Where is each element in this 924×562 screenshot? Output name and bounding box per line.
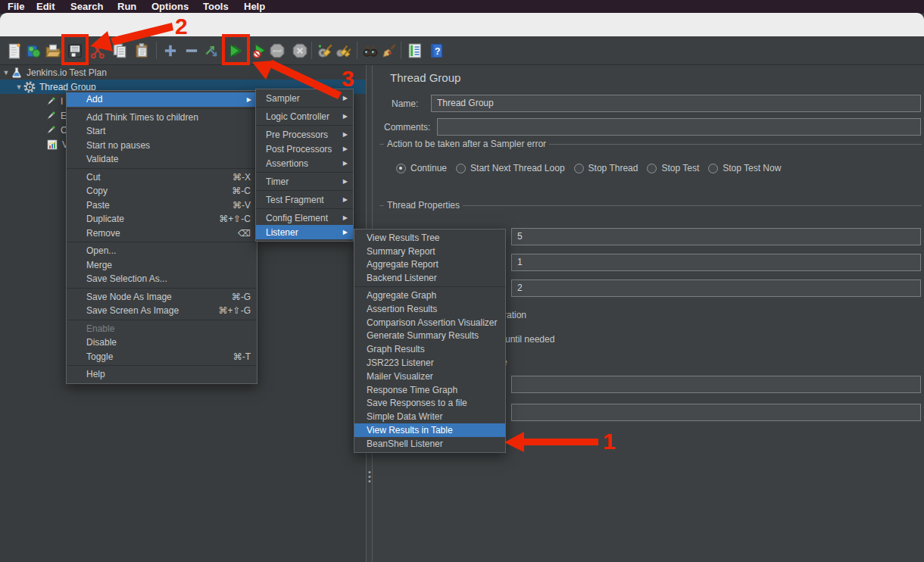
sampler-error-group-title: Action to be taken after a Sampler error bbox=[384, 139, 549, 149]
menu-item-copy[interactable]: Copy ⌘-C bbox=[67, 184, 257, 198]
number-of-threads-input[interactable]: 5 bbox=[511, 228, 921, 245]
clear-all-icon[interactable] bbox=[335, 40, 353, 61]
menu-item-response-time-graph[interactable]: Response Time Graph bbox=[354, 383, 505, 397]
menu-item-post-processors[interactable]: Post Processors ▶ bbox=[256, 142, 353, 156]
menu-item-beanshell-listener[interactable]: BeanShell Listener bbox=[354, 437, 505, 451]
search-reset-icon[interactable] bbox=[380, 40, 398, 61]
menu-item-enable[interactable]: Enable bbox=[67, 322, 257, 336]
sampler-error-groupbox: Action to be taken after a Sampler error bbox=[379, 144, 922, 145]
menu-item-save-screen-as-image[interactable]: Save Screen As Image ⌘+⇧-G bbox=[67, 304, 257, 318]
radio-start-next-thread-loop[interactable]: Start Next Thread Loop bbox=[456, 163, 565, 173]
menu-item-start-no-pauses[interactable]: Start no pauses bbox=[67, 139, 257, 153]
menu-separator bbox=[256, 125, 353, 126]
menu-item-remove[interactable]: Remove ⌫ bbox=[67, 226, 257, 241]
menu-item-timer[interactable]: Timer ▶ bbox=[256, 174, 353, 189]
menu-item-aggregate-report[interactable]: Aggregate Report bbox=[354, 258, 505, 272]
menu-item-merge[interactable]: Merge bbox=[67, 258, 257, 273]
menu-separator bbox=[256, 172, 353, 173]
menu-item-aggregate-graph[interactable]: Aggregate Graph bbox=[354, 289, 505, 302]
radio-stop-thread[interactable]: Stop Thread bbox=[574, 163, 638, 173]
tree-item-test-plan[interactable]: ▼ Jenkins.io Test Plan bbox=[0, 65, 366, 80]
menu-item-config-element[interactable]: Config Element ▶ bbox=[256, 211, 353, 225]
menu-item-sampler[interactable]: Sampler ▶ bbox=[256, 91, 353, 105]
menu-item-view-results-in-table[interactable]: View Results in Table bbox=[354, 423, 505, 437]
duration-input[interactable] bbox=[511, 376, 921, 393]
toggle-arrows-icon[interactable] bbox=[202, 40, 220, 61]
menu-item-toggle[interactable]: Toggle ⌘-T bbox=[67, 350, 257, 364]
ramp-up-period-input[interactable]: 1 bbox=[511, 254, 921, 271]
menu-item-backend-listener[interactable]: Backend Listener bbox=[354, 271, 505, 285]
menu-item-paste[interactable]: Paste ⌘-V bbox=[67, 198, 257, 213]
radio-stop-test-now[interactable]: Stop Test Now bbox=[708, 163, 781, 173]
stop-icon[interactable]: STOP bbox=[268, 40, 286, 61]
menu-item-start[interactable]: Start bbox=[67, 124, 257, 139]
menu-item-validate[interactable]: Validate bbox=[67, 152, 257, 167]
menu-item-cut[interactable]: Cut ⌘-X bbox=[67, 170, 257, 185]
menu-item-comparison-assertion-visualizer[interactable]: Comparison Assertion Visualizer bbox=[354, 316, 505, 329]
thread-properties-group-title: Thread Properties bbox=[384, 200, 463, 211]
menu-item-generate-summary-results[interactable]: Generate Summary Results bbox=[354, 329, 505, 343]
help-icon[interactable]: ? bbox=[427, 40, 445, 61]
open-file-icon[interactable] bbox=[44, 40, 62, 61]
menu-item-summary-report[interactable]: Summary Report bbox=[354, 245, 505, 258]
view-log-icon[interactable] bbox=[406, 40, 424, 61]
menubar-help[interactable]: Help bbox=[244, 0, 265, 14]
copy-icon[interactable] bbox=[111, 40, 129, 61]
menu-item-help[interactable]: Help bbox=[67, 367, 257, 382]
menu-item-assertions[interactable]: Assertions ▶ bbox=[256, 156, 353, 170]
menu-item-open[interactable]: Open... bbox=[67, 244, 257, 258]
add-submenu: Sampler ▶ Logic Controller ▶ Pre Process… bbox=[255, 89, 354, 242]
new-file-icon[interactable] bbox=[5, 40, 23, 61]
menu-item-pre-processors[interactable]: Pre Processors ▶ bbox=[256, 127, 353, 142]
menu-item-duplicate[interactable]: Duplicate ⌘+⇧-C bbox=[67, 212, 257, 226]
search-icon[interactable] bbox=[361, 40, 379, 61]
splitter-grip-icon[interactable]: ••• bbox=[368, 470, 371, 483]
sampler-pipette-icon bbox=[45, 110, 57, 122]
menu-item-save-responses-to-a-file[interactable]: Save Responses to a file bbox=[354, 397, 505, 411]
menubar-options[interactable]: Options bbox=[151, 0, 189, 14]
menu-item-add-think-times-to-children[interactable]: Add Think Times to children bbox=[67, 111, 257, 125]
menu-item-jsr223-listener[interactable]: JSR223 Listener bbox=[354, 356, 505, 370]
comments-input[interactable] bbox=[437, 118, 921, 136]
radio-stop-test[interactable]: Stop Test bbox=[647, 163, 699, 173]
menubar-search[interactable]: Search bbox=[70, 0, 103, 14]
start-no-pauses-icon[interactable] bbox=[251, 40, 269, 61]
menu-item-graph-results[interactable]: Graph Results bbox=[354, 342, 505, 356]
templates-icon[interactable] bbox=[24, 40, 42, 61]
sampler-error-options: Continue Start Next Thread Loop Stop Thr… bbox=[396, 163, 781, 173]
radio-continue[interactable]: Continue bbox=[396, 163, 447, 173]
name-input[interactable]: Thread Group bbox=[431, 95, 921, 112]
remove-icon[interactable] bbox=[183, 40, 201, 61]
add-icon[interactable] bbox=[161, 40, 179, 61]
menu-item-save-selection-as[interactable]: Save Selection As... bbox=[67, 272, 257, 286]
menubar-file[interactable]: File bbox=[8, 0, 24, 14]
caret-down-icon[interactable]: ▼ bbox=[2, 69, 11, 76]
startup-delay-input[interactable] bbox=[511, 404, 921, 421]
loop-count-input[interactable]: 2 bbox=[511, 279, 921, 297]
menu-item-assertion-results[interactable]: Assertion Results bbox=[354, 302, 505, 316]
menu-item-mailer-visualizer[interactable]: Mailer Visualizer bbox=[354, 370, 505, 383]
menubar-edit[interactable]: Edit bbox=[36, 0, 55, 14]
menu-item-listener[interactable]: Listener ▶ bbox=[256, 225, 353, 239]
start-icon[interactable] bbox=[226, 40, 245, 61]
menu-item-logic-controller[interactable]: Logic Controller ▶ bbox=[256, 109, 353, 123]
caret-down-icon[interactable]: ▼ bbox=[14, 83, 23, 91]
menu-item-view-results-tree[interactable]: View Results Tree bbox=[354, 231, 505, 245]
menubar-tools[interactable]: Tools bbox=[203, 0, 229, 14]
cut-icon[interactable] bbox=[89, 40, 107, 61]
thread-group-gear-icon bbox=[23, 81, 36, 93]
submenu-arrow-icon: ▶ bbox=[247, 96, 251, 103]
menubar-run[interactable]: Run bbox=[117, 0, 136, 14]
menu-item-add[interactable]: Add ▶ bbox=[67, 92, 257, 107]
shortcut-label: ⌘-X bbox=[220, 172, 251, 183]
shutdown-icon[interactable] bbox=[291, 40, 309, 61]
menu-item-disable[interactable]: Disable bbox=[67, 336, 257, 350]
paste-icon[interactable] bbox=[133, 40, 151, 61]
clear-icon[interactable] bbox=[316, 40, 334, 61]
menu-item-save-node-as-image[interactable]: Save Node As Image ⌘-G bbox=[67, 290, 257, 304]
save-icon[interactable] bbox=[66, 40, 84, 61]
menu-item-simple-data-writer[interactable]: Simple Data Writer bbox=[354, 410, 505, 423]
menu-item-test-fragment[interactable]: Test Fragment ▶ bbox=[256, 192, 353, 207]
submenu-arrow-icon: ▶ bbox=[343, 145, 348, 152]
toolbar-separator bbox=[401, 42, 401, 59]
